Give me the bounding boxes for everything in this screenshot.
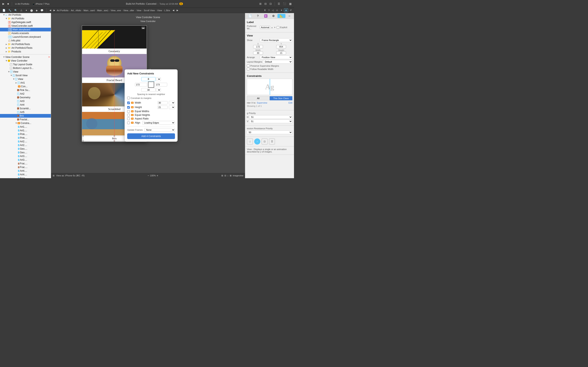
nav-item-products[interactable]: ▶ 📁 Products <box>0 50 51 53</box>
nav-toggle-button[interactable]: ☰ <box>277 2 281 6</box>
breadcrumb-view-oller[interactable]: View...oller <box>123 9 134 12</box>
nav-item-art-portfolio-group[interactable]: ▶ 📁 Art Portfolio <box>0 17 51 20</box>
nav-item-art4-a[interactable]: I Art4.... <box>0 169 51 173</box>
close-scene-button[interactable]: × <box>48 55 50 59</box>
zoom-out-button[interactable]: − <box>148 174 149 177</box>
nav-item-art1-a[interactable]: I Art1.... <box>0 125 51 129</box>
nav-item-l-brix[interactable]: L Brix <box>0 114 51 118</box>
layout-margins-select[interactable]: Default <box>263 60 292 64</box>
nav-item-pink-b[interactable]: I Pink.... <box>0 136 51 140</box>
nav-item-info-plist[interactable]: 📋 Info.plist <box>0 39 51 42</box>
breadcrumb-main-oard[interactable]: Main...oard <box>84 9 95 12</box>
preferred-width-input[interactable] <box>260 26 270 29</box>
height-checkbox[interactable] <box>127 106 130 109</box>
layout-icon-4[interactable]: ☰ <box>269 138 275 145</box>
nav-item-bottom-layout[interactable]: ⊥ Bottom Layout G... <box>0 66 51 70</box>
test-button[interactable]: ✦ <box>25 8 28 12</box>
stepper-up[interactable]: ▲ <box>271 26 273 29</box>
tab-size-class[interactable]: This Size Class <box>270 96 293 100</box>
width-value-input[interactable] <box>157 101 168 104</box>
canvas-button-1[interactable]: ⊞ <box>221 174 223 177</box>
canvas-button-3[interactable]: ↕ <box>227 174 229 177</box>
readable-checkbox[interactable] <box>247 68 250 70</box>
nav-item-art2-a[interactable]: I Art2.... <box>0 140 51 143</box>
breadcrumb-scroll-view[interactable]: Scroll View <box>144 9 155 12</box>
nav-item-viewcontroller-swift[interactable]: S ViewController.swift <box>0 24 51 28</box>
warning-badge[interactable]: 1 <box>179 2 183 5</box>
nav-item-top-layout[interactable]: ⊤ Top Layout Guide <box>0 63 51 66</box>
nav-item-scra-a[interactable]: I Scra.... <box>0 176 51 178</box>
bottom-constraint-select[interactable] <box>156 88 161 92</box>
right-constraint-input[interactable] <box>155 83 167 86</box>
superview-link[interactable]: Superview <box>257 101 267 104</box>
debug-toggle-button[interactable]: ⬛ <box>282 2 287 6</box>
update-frames-select[interactable]: None <box>144 128 175 132</box>
nav-item-art3[interactable]: V Art3 <box>0 99 51 103</box>
selected-button[interactable]: ▦ <box>284 8 288 12</box>
breadcrumb-prev[interactable]: ◀ <box>172 8 175 12</box>
search-button[interactable]: 🔍 <box>13 8 18 12</box>
arrange-select[interactable]: Position View <box>260 55 292 59</box>
nav-item-tests[interactable]: ▶ 📁 Art PortfolioTests <box>0 42 51 46</box>
issue2-button[interactable]: ⚠ <box>275 8 279 12</box>
width-dropdown[interactable] <box>169 101 175 105</box>
layout-icon-2[interactable]: ○ <box>254 138 260 145</box>
add-file-button[interactable]: 🔧 <box>8 8 12 12</box>
breakpoint-button[interactable]: ◆ <box>35 8 38 12</box>
nav-item-con[interactable]: ⊕ Con... <box>0 85 51 88</box>
stepper-down[interactable]: ▼ <box>274 26 276 29</box>
file-inspector-tab[interactable]: 📄 <box>246 14 254 18</box>
breadcrumb-l-brix[interactable]: L Brix <box>164 9 170 12</box>
constrain-margins-checkbox[interactable] <box>127 97 130 99</box>
height-input[interactable] <box>276 51 286 55</box>
width-checkbox[interactable] <box>127 101 130 104</box>
edit-link[interactable]: Edit <box>288 101 292 104</box>
breadcrumb-view[interactable]: View <box>137 9 141 12</box>
hugging-h-select[interactable]: 51 <box>249 115 292 119</box>
align-value-select[interactable]: Leading Edges <box>142 121 175 125</box>
layout-icon-1[interactable]: □ <box>247 138 253 145</box>
share-button[interactable]: ⬆ <box>263 8 267 12</box>
bottom-constraint-input[interactable] <box>141 88 156 92</box>
top-constraint-select[interactable] <box>156 77 161 81</box>
tab-all[interactable]: All <box>247 96 270 100</box>
highlight-button[interactable]: ✦ <box>280 8 283 12</box>
nav-item-main-storyboard[interactable]: SB Main.storyboard <box>0 28 51 31</box>
breadcrumb-art-rtfolio[interactable]: Art...rtfolio <box>71 9 81 12</box>
utility-toggle-button[interactable]: ▦ <box>288 2 292 6</box>
breadcrumb-view-ene[interactable]: View...ene <box>111 9 121 12</box>
breadcrumb-art-portfolio[interactable]: Art Portfolio <box>57 9 68 12</box>
size-inspector-tab[interactable]: 📐 <box>277 14 285 18</box>
nav-item-l-fractal[interactable]: L Fractal... <box>0 118 51 121</box>
nav-item-constra[interactable]: ▶ ⊕ Constra... <box>0 121 51 125</box>
editor-standard-button[interactable]: ⊞ <box>259 2 262 6</box>
nav-item-view-controller[interactable]: ▶ V View Controller <box>0 59 51 63</box>
debug-button[interactable]: ⬤ <box>29 8 34 12</box>
left-constraint-input[interactable] <box>135 83 147 86</box>
hugging-v-select[interactable]: 51 <box>249 119 292 123</box>
equal-heights-checkbox[interactable] <box>127 114 130 117</box>
issue-button[interactable]: ⚠ <box>19 8 23 12</box>
canvas-button-2[interactable]: ⊟ <box>224 174 226 177</box>
new-file-button[interactable]: 📄 <box>2 8 6 12</box>
nav-item-launch-storyboard[interactable]: SB LaunchScreen.storyboard <box>0 35 51 39</box>
stop-button[interactable]: ■ <box>7 2 10 6</box>
layout-icon-3[interactable]: ⊡ <box>261 138 268 145</box>
storyboard-mode-button[interactable]: ⊞ <box>53 174 54 177</box>
nav-item-art4-b[interactable]: I Art4.... <box>0 173 51 176</box>
nav-item-vc-scene[interactable]: ▶ View Controller Scene × <box>0 55 51 59</box>
x-input[interactable] <box>253 45 263 48</box>
explicit-checkbox[interactable] <box>277 26 279 29</box>
inspector-button[interactable]: ◁ <box>271 8 274 12</box>
nav-item-appdelegate[interactable]: S AppDelegate.swift <box>0 20 51 24</box>
breadcrumb-view2[interactable]: View <box>157 9 162 12</box>
nav-item-l-geometry[interactable]: L Geometry <box>0 96 51 99</box>
nav-item-l-scrambl[interactable]: L Scrambl... <box>0 107 51 110</box>
equal-widths-checkbox[interactable] <box>127 110 130 113</box>
nav-item-frac-b[interactable]: V Frac.... <box>0 165 51 169</box>
height-dropdown[interactable] <box>169 105 175 109</box>
top-constraint-input[interactable] <box>141 77 156 81</box>
quick-help-tab[interactable]: ? <box>254 14 262 18</box>
nav-item-art1[interactable]: ▶ V Art1 <box>0 81 51 85</box>
nav-item-art3-b[interactable]: I Art3.... <box>0 158 51 162</box>
